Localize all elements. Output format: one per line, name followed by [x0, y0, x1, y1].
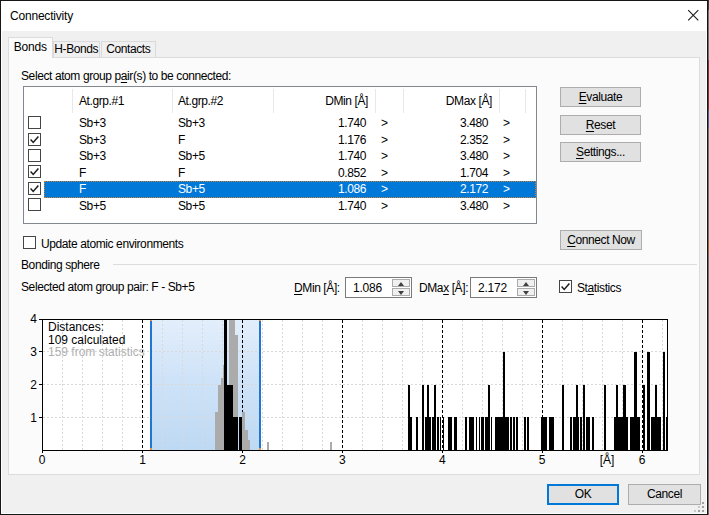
svg-text:6: 6 — [639, 453, 646, 467]
svg-text:4: 4 — [30, 312, 37, 326]
svg-text:159 from statistics: 159 from statistics — [48, 345, 145, 359]
svg-text:2: 2 — [239, 453, 246, 467]
svg-text:0: 0 — [39, 453, 46, 467]
svg-text:1: 1 — [139, 453, 146, 467]
svg-text:3: 3 — [30, 345, 37, 359]
svg-text:[Å]: [Å] — [600, 452, 615, 467]
svg-text:1: 1 — [30, 411, 37, 425]
svg-text:4: 4 — [439, 453, 446, 467]
svg-text:3: 3 — [339, 453, 346, 467]
svg-text:2: 2 — [30, 378, 37, 392]
svg-text:5: 5 — [539, 453, 546, 467]
